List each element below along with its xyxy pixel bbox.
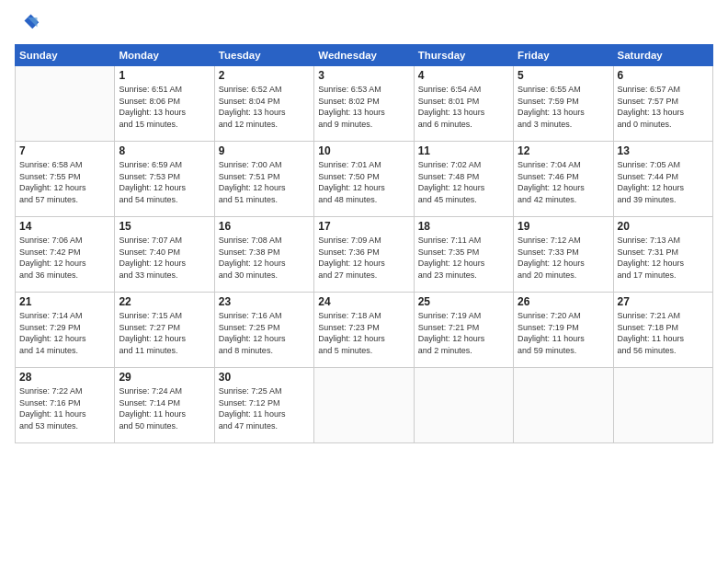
calendar-cell: 30Sunrise: 7:25 AMSunset: 7:12 PMDayligh… bbox=[214, 368, 313, 443]
day-number: 26 bbox=[518, 295, 609, 308]
day-number: 3 bbox=[318, 69, 409, 82]
calendar-cell: 2Sunrise: 6:52 AMSunset: 8:04 PMDaylight… bbox=[214, 66, 313, 142]
week-row-1: 1Sunrise: 6:51 AMSunset: 8:06 PMDaylight… bbox=[16, 66, 713, 142]
logo-icon bbox=[15, 11, 40, 37]
calendar-cell: 22Sunrise: 7:15 AMSunset: 7:27 PMDayligh… bbox=[115, 293, 214, 368]
day-number: 4 bbox=[418, 69, 509, 82]
day-info: Sunrise: 7:06 AMSunset: 7:42 PMDaylight:… bbox=[19, 235, 110, 281]
calendar-cell: 29Sunrise: 7:24 AMSunset: 7:14 PMDayligh… bbox=[115, 368, 214, 443]
calendar-cell: 3Sunrise: 6:53 AMSunset: 8:02 PMDaylight… bbox=[314, 66, 414, 142]
calendar-cell: 1Sunrise: 6:51 AMSunset: 8:06 PMDaylight… bbox=[115, 66, 214, 142]
day-info: Sunrise: 6:58 AMSunset: 7:55 PMDaylight:… bbox=[19, 159, 110, 205]
day-number: 27 bbox=[618, 295, 709, 308]
day-info: Sunrise: 7:16 AMSunset: 7:25 PMDaylight:… bbox=[219, 310, 310, 356]
calendar-cell: 17Sunrise: 7:09 AMSunset: 7:36 PMDayligh… bbox=[314, 217, 414, 293]
calendar-cell: 28Sunrise: 7:22 AMSunset: 7:16 PMDayligh… bbox=[16, 368, 115, 443]
day-number: 29 bbox=[119, 371, 210, 384]
day-number: 6 bbox=[618, 69, 709, 82]
day-number: 10 bbox=[318, 144, 409, 157]
calendar-cell: 10Sunrise: 7:01 AMSunset: 7:50 PMDayligh… bbox=[314, 142, 414, 217]
day-info: Sunrise: 6:59 AMSunset: 7:53 PMDaylight:… bbox=[119, 159, 210, 205]
day-number: 16 bbox=[219, 220, 310, 233]
day-info: Sunrise: 7:00 AMSunset: 7:51 PMDaylight:… bbox=[219, 159, 310, 205]
day-info: Sunrise: 7:14 AMSunset: 7:29 PMDaylight:… bbox=[19, 310, 110, 356]
day-number: 8 bbox=[119, 144, 210, 157]
weekday-header-wednesday: Wednesday bbox=[314, 45, 414, 66]
day-info: Sunrise: 6:52 AMSunset: 8:04 PMDaylight:… bbox=[219, 84, 310, 130]
calendar-cell: 25Sunrise: 7:19 AMSunset: 7:21 PMDayligh… bbox=[414, 293, 513, 368]
header bbox=[15, 11, 713, 37]
calendar-cell: 11Sunrise: 7:02 AMSunset: 7:48 PMDayligh… bbox=[414, 142, 513, 217]
day-info: Sunrise: 7:21 AMSunset: 7:18 PMDaylight:… bbox=[618, 310, 709, 356]
day-number: 13 bbox=[618, 144, 709, 157]
day-info: Sunrise: 6:53 AMSunset: 8:02 PMDaylight:… bbox=[318, 84, 409, 130]
day-info: Sunrise: 7:18 AMSunset: 7:23 PMDaylight:… bbox=[318, 310, 409, 356]
weekday-header-saturday: Saturday bbox=[613, 45, 712, 66]
week-row-2: 7Sunrise: 6:58 AMSunset: 7:55 PMDaylight… bbox=[16, 142, 713, 217]
calendar-cell bbox=[613, 368, 712, 443]
day-number: 7 bbox=[19, 144, 110, 157]
calendar-cell: 19Sunrise: 7:12 AMSunset: 7:33 PMDayligh… bbox=[514, 217, 613, 293]
day-info: Sunrise: 7:07 AMSunset: 7:40 PMDaylight:… bbox=[119, 235, 210, 281]
day-number: 9 bbox=[219, 144, 310, 157]
day-info: Sunrise: 7:09 AMSunset: 7:36 PMDaylight:… bbox=[318, 235, 409, 281]
day-number: 28 bbox=[19, 371, 110, 384]
day-number: 18 bbox=[418, 220, 509, 233]
day-info: Sunrise: 6:51 AMSunset: 8:06 PMDaylight:… bbox=[119, 84, 210, 130]
day-info: Sunrise: 7:22 AMSunset: 7:16 PMDaylight:… bbox=[19, 385, 110, 431]
calendar-header-row: SundayMondayTuesdayWednesdayThursdayFrid… bbox=[16, 45, 713, 66]
calendar-cell: 15Sunrise: 7:07 AMSunset: 7:40 PMDayligh… bbox=[115, 217, 214, 293]
weekday-header-monday: Monday bbox=[115, 45, 214, 66]
calendar-cell bbox=[314, 368, 414, 443]
calendar-cell: 16Sunrise: 7:08 AMSunset: 7:38 PMDayligh… bbox=[214, 217, 313, 293]
week-row-4: 21Sunrise: 7:14 AMSunset: 7:29 PMDayligh… bbox=[16, 293, 713, 368]
calendar-cell: 18Sunrise: 7:11 AMSunset: 7:35 PMDayligh… bbox=[414, 217, 513, 293]
weekday-header-friday: Friday bbox=[514, 45, 613, 66]
day-info: Sunrise: 7:11 AMSunset: 7:35 PMDaylight:… bbox=[418, 235, 509, 281]
day-number: 30 bbox=[219, 371, 310, 384]
day-number: 19 bbox=[518, 220, 609, 233]
day-info: Sunrise: 7:24 AMSunset: 7:14 PMDaylight:… bbox=[119, 385, 210, 431]
day-number: 12 bbox=[518, 144, 609, 157]
day-info: Sunrise: 7:12 AMSunset: 7:33 PMDaylight:… bbox=[518, 235, 609, 281]
day-info: Sunrise: 7:01 AMSunset: 7:50 PMDaylight:… bbox=[318, 159, 409, 205]
calendar-cell bbox=[414, 368, 513, 443]
week-row-5: 28Sunrise: 7:22 AMSunset: 7:16 PMDayligh… bbox=[16, 368, 713, 443]
calendar-cell: 20Sunrise: 7:13 AMSunset: 7:31 PMDayligh… bbox=[613, 217, 712, 293]
calendar-cell: 5Sunrise: 6:55 AMSunset: 7:59 PMDaylight… bbox=[514, 66, 613, 142]
calendar-cell: 12Sunrise: 7:04 AMSunset: 7:46 PMDayligh… bbox=[514, 142, 613, 217]
day-number: 25 bbox=[418, 295, 509, 308]
day-info: Sunrise: 7:08 AMSunset: 7:38 PMDaylight:… bbox=[219, 235, 310, 281]
calendar-cell: 23Sunrise: 7:16 AMSunset: 7:25 PMDayligh… bbox=[214, 293, 313, 368]
day-info: Sunrise: 7:13 AMSunset: 7:31 PMDaylight:… bbox=[618, 235, 709, 281]
day-info: Sunrise: 6:54 AMSunset: 8:01 PMDaylight:… bbox=[418, 84, 509, 130]
calendar-cell: 7Sunrise: 6:58 AMSunset: 7:55 PMDaylight… bbox=[16, 142, 115, 217]
day-info: Sunrise: 6:55 AMSunset: 7:59 PMDaylight:… bbox=[518, 84, 609, 130]
calendar-cell bbox=[514, 368, 613, 443]
weekday-header-thursday: Thursday bbox=[414, 45, 513, 66]
calendar-cell: 9Sunrise: 7:00 AMSunset: 7:51 PMDaylight… bbox=[214, 142, 313, 217]
calendar-cell: 24Sunrise: 7:18 AMSunset: 7:23 PMDayligh… bbox=[314, 293, 414, 368]
calendar-cell: 6Sunrise: 6:57 AMSunset: 7:57 PMDaylight… bbox=[613, 66, 712, 142]
calendar-cell: 21Sunrise: 7:14 AMSunset: 7:29 PMDayligh… bbox=[16, 293, 115, 368]
day-number: 11 bbox=[418, 144, 509, 157]
day-number: 15 bbox=[119, 220, 210, 233]
day-number: 21 bbox=[19, 295, 110, 308]
day-info: Sunrise: 7:02 AMSunset: 7:48 PMDaylight:… bbox=[418, 159, 509, 205]
day-number: 2 bbox=[219, 69, 310, 82]
day-number: 20 bbox=[618, 220, 709, 233]
logo bbox=[15, 11, 44, 37]
weekday-header-tuesday: Tuesday bbox=[214, 45, 313, 66]
calendar-cell: 4Sunrise: 6:54 AMSunset: 8:01 PMDaylight… bbox=[414, 66, 513, 142]
day-info: Sunrise: 7:20 AMSunset: 7:19 PMDaylight:… bbox=[518, 310, 609, 356]
day-info: Sunrise: 7:25 AMSunset: 7:12 PMDaylight:… bbox=[219, 385, 310, 431]
day-info: Sunrise: 6:57 AMSunset: 7:57 PMDaylight:… bbox=[618, 84, 709, 130]
calendar-cell: 26Sunrise: 7:20 AMSunset: 7:19 PMDayligh… bbox=[514, 293, 613, 368]
day-info: Sunrise: 7:19 AMSunset: 7:21 PMDaylight:… bbox=[418, 310, 509, 356]
calendar-cell: 14Sunrise: 7:06 AMSunset: 7:42 PMDayligh… bbox=[16, 217, 115, 293]
day-info: Sunrise: 7:15 AMSunset: 7:27 PMDaylight:… bbox=[119, 310, 210, 356]
day-number: 5 bbox=[518, 69, 609, 82]
calendar-cell: 13Sunrise: 7:05 AMSunset: 7:44 PMDayligh… bbox=[613, 142, 712, 217]
calendar-table: SundayMondayTuesdayWednesdayThursdayFrid… bbox=[15, 44, 713, 443]
calendar-cell: 27Sunrise: 7:21 AMSunset: 7:18 PMDayligh… bbox=[613, 293, 712, 368]
